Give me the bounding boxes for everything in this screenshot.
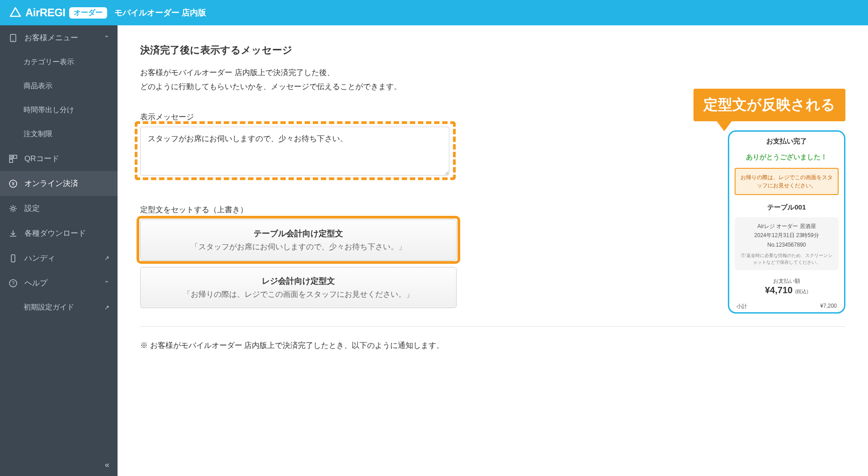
logo-badge: オーダー	[69, 7, 107, 19]
logo-group: AirREGI オーダー	[9, 6, 107, 19]
sidebar-item-label: 設定	[24, 203, 40, 214]
desc-line: お客様がモバイルオーダー 店内版上で決済完了した後、	[140, 66, 845, 80]
phone-datetime: 2024年12月31日 23時59分	[739, 231, 834, 240]
qr-icon	[8, 154, 18, 164]
phone-subtotal-label: 小計	[736, 303, 747, 310]
svg-rect-3	[14, 155, 17, 158]
phone-header: お支払い完了	[729, 132, 844, 149]
svg-rect-5	[10, 156, 12, 157]
sidebar-item-category[interactable]: カテゴリー表示	[0, 50, 118, 74]
help-icon: ?	[8, 278, 18, 288]
tablet-icon	[8, 33, 18, 43]
svg-point-1	[13, 40, 14, 41]
sidebar: お客様メニュー ⌃ カテゴリー表示 商品表示 時間帯出し分け 注文制限 QRコー…	[0, 25, 118, 476]
sidebar-item-label: 商品表示	[24, 81, 52, 91]
phone-total: ¥4,710 (税込)	[729, 285, 844, 299]
chevron-up-icon: ⌃	[104, 280, 109, 287]
phone-tax-note: (税込)	[795, 289, 808, 294]
header-subtitle: モバイルオーダー 店内版	[114, 7, 206, 18]
svg-point-8	[12, 207, 14, 210]
callout-text: 定型文が反映される	[703, 96, 835, 113]
download-icon	[8, 228, 18, 238]
phone-table-label: テーブル001	[729, 200, 844, 217]
svg-rect-4	[9, 159, 13, 162]
phone-subtotal-value: ¥7,200	[820, 303, 837, 310]
phone-order-no: No.1234567890	[739, 240, 834, 249]
phone-shop: Airレジ オーダー 居酒屋	[739, 222, 834, 231]
display-message-textarea[interactable]	[140, 127, 449, 176]
sidebar-item-order-limit[interactable]: 注文制限	[0, 122, 118, 146]
phone-info-box: Airレジ オーダー 居酒屋 2024年12月31日 23時59分 No.123…	[735, 217, 839, 270]
svg-text:?: ?	[12, 281, 14, 286]
sidebar-item-label: オンライン決済	[24, 178, 78, 189]
sidebar-item-product[interactable]: 商品表示	[0, 74, 118, 98]
svg-rect-9	[11, 255, 15, 262]
callout-tail	[716, 120, 732, 131]
logo-text: AirREGI	[25, 6, 66, 19]
sidebar-item-label: カテゴリー表示	[24, 57, 74, 67]
sidebar-item-label: 時間帯出し分け	[24, 105, 74, 115]
svg-text:¥: ¥	[11, 181, 14, 186]
sidebar-item-setup-guide[interactable]: 初期設定ガイド ↗	[0, 295, 118, 319]
external-link-icon: ↗	[104, 255, 109, 262]
logo-icon	[9, 6, 22, 19]
sidebar-item-help[interactable]: ? ヘルプ ⌃	[0, 271, 118, 295]
sidebar-item-label: 初期設定ガイド	[24, 303, 74, 312]
sidebar-item-downloads[interactable]: 各種ダウンロード	[0, 221, 118, 246]
phone-preview: お支払い完了 ありがとうございました！ お帰りの際は、レジでこの画面をスタッフに…	[728, 130, 845, 314]
gear-icon	[8, 204, 18, 214]
external-link-icon: ↗	[104, 304, 109, 311]
sidebar-item-label: 各種ダウンロード	[24, 228, 86, 238]
preset-table-button[interactable]: テーブル会計向け定型文 「スタッフがお席にお伺いしますので、少々お待ち下さい。」	[140, 219, 457, 261]
sidebar-item-label: ハンディ	[24, 253, 55, 263]
sidebar-item-label: QRコード	[24, 153, 59, 164]
app-header: AirREGI オーダー モバイルオーダー 店内版	[0, 0, 868, 25]
divider	[140, 326, 845, 327]
footnote: ※ お客様がモバイルオーダー 店内版上で決済完了したとき、以下のように通知します…	[140, 340, 845, 351]
section-title: 決済完了後に表示するメッセージ	[140, 43, 845, 57]
preset-button-desc: 「お帰りの際は、レジでこの画面をスタッフにお見せください。」	[150, 289, 447, 300]
preset-button-title: テーブル会計向け定型文	[150, 228, 447, 239]
phone-total-label: お支払い額	[729, 275, 844, 285]
sidebar-item-label: 注文制限	[24, 129, 52, 139]
sidebar-item-handy[interactable]: ハンディ ↗	[0, 246, 118, 271]
preset-button-title: レジ会計向け定型文	[150, 276, 447, 286]
phone-thanks: ありがとうございました！	[729, 149, 844, 165]
main-content: 決済完了後に表示するメッセージ お客様がモバイルオーダー 店内版上で決済完了した…	[118, 25, 868, 476]
sidebar-item-customer-menu[interactable]: お客様メニュー ⌃	[0, 25, 118, 50]
phone-notice: お帰りの際は、レジでこの画面をスタッフにお見せください。	[735, 168, 839, 195]
sidebar-item-label: お客様メニュー	[24, 33, 78, 43]
phone-subtotal-row: 小計 ¥7,200	[729, 299, 844, 312]
sidebar-item-timeband[interactable]: 時間帯出し分け	[0, 98, 118, 122]
yen-icon: ¥	[8, 179, 18, 189]
callout-bubble: 定型文が反映される	[693, 89, 845, 121]
preset-button-desc: 「スタッフがお席にお伺いしますので、少々お待ち下さい。」	[150, 242, 447, 252]
phone-total-amount: ¥4,710	[765, 285, 793, 295]
sidebar-item-online-payment[interactable]: ¥ オンライン決済	[0, 171, 118, 196]
sidebar-item-label: ヘルプ	[24, 278, 47, 288]
phone-info-note: ① 返金時に必要な情報のため、スクリーンショットなどで保存してください。	[739, 252, 834, 266]
preset-register-button[interactable]: レジ会計向け定型文 「お帰りの際は、レジでこの画面をスタッフにお見せください。」	[140, 267, 457, 308]
handy-icon	[8, 253, 18, 263]
sidebar-item-qr[interactable]: QRコード	[0, 146, 118, 171]
collapse-icon: «	[105, 460, 109, 469]
chevron-up-icon: ⌃	[104, 34, 109, 42]
sidebar-item-settings[interactable]: 設定	[0, 196, 118, 221]
sidebar-collapse-button[interactable]: «	[0, 454, 118, 476]
